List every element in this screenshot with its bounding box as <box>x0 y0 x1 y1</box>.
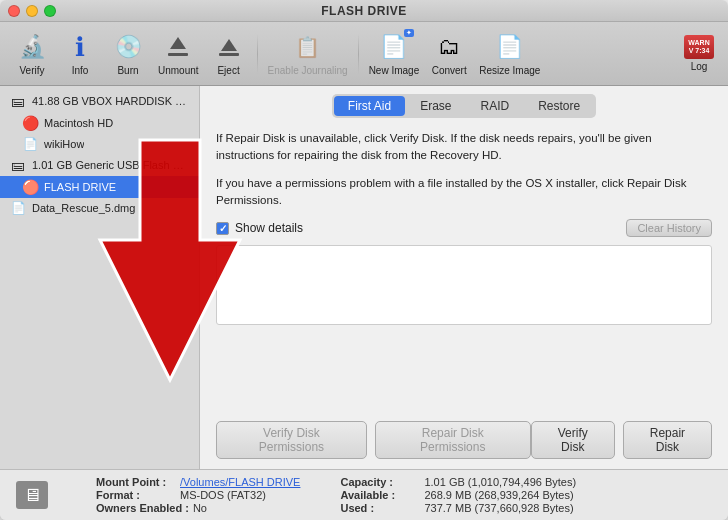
sidebar-wikihow-label: wikiHow <box>44 138 84 150</box>
toolbar-sep-1 <box>257 34 258 74</box>
svg-rect-0 <box>168 53 188 56</box>
footer-left-col: Mount Point : /Volumes/FLASH DRIVE Forma… <box>96 476 300 514</box>
sidebar-item-vbox[interactable]: 🖴 41.88 GB VBOX HARDDISK Media <box>0 90 199 112</box>
resize-image-icon: 📄 <box>494 31 526 63</box>
toolbar-unmount[interactable]: Unmount <box>154 29 203 78</box>
toolbar-resize-image[interactable]: 📄 Resize Image <box>475 29 544 78</box>
panel-content: If Repair Disk is unavailable, click Ver… <box>200 118 728 413</box>
main-area: 🖴 41.88 GB VBOX HARDDISK Media 🔴 Macinto… <box>0 86 728 469</box>
svg-marker-1 <box>170 37 186 49</box>
sidebar: 🖴 41.88 GB VBOX HARDDISK Media 🔴 Macinto… <box>0 86 200 469</box>
maximize-button[interactable] <box>44 5 56 17</box>
footer-format-value: MS-DOS (FAT32) <box>180 489 266 501</box>
sidebar-flash-drive-label: FLASH DRIVE <box>44 181 116 193</box>
footer: 🖥 Mount Point : /Volumes/FLASH DRIVE For… <box>0 469 728 520</box>
toolbar-sep-2 <box>358 34 359 74</box>
vbox-icon: 🖴 <box>10 93 26 109</box>
toolbar-eject[interactable]: Eject <box>207 29 251 78</box>
toolbar-convert-label: Convert <box>432 65 467 76</box>
new-image-badge: ✦ <box>404 29 414 37</box>
first-aid-para1: If Repair Disk is unavailable, click Ver… <box>216 130 712 165</box>
repair-disk-button[interactable]: Repair Disk <box>623 421 712 459</box>
svg-rect-2 <box>219 53 239 56</box>
sidebar-data-rescue-label: Data_Rescue_5.dmg <box>32 202 135 214</box>
log-label: Log <box>691 61 708 72</box>
footer-disk-icon: 🖥 <box>16 481 48 509</box>
left-button-group: Verify Disk Permissions Repair Disk Perm… <box>216 421 531 459</box>
toolbar-enable-journaling[interactable]: 📋 Enable Journaling <box>264 29 352 78</box>
close-button[interactable] <box>8 5 20 17</box>
verify-disk-button[interactable]: Verify Disk <box>531 421 615 459</box>
repair-disk-permissions-button[interactable]: Repair Disk Permissions <box>375 421 531 459</box>
titlebar: FLASH DRIVE <box>0 0 728 22</box>
convert-icon: 🗂 <box>433 31 465 63</box>
sidebar-item-wikihow[interactable]: 📄 wikiHow <box>0 134 199 154</box>
right-panel: First Aid Erase RAID Restore If Repair D… <box>200 86 728 469</box>
data-rescue-icon: 📄 <box>10 201 26 215</box>
toolbar-verify[interactable]: 🔬 Verify <box>10 29 54 78</box>
toolbar-info-label: Info <box>72 65 89 76</box>
footer-capacity-value: 1.01 GB (1,010,794,496 Bytes) <box>424 476 576 488</box>
toolbar-burn[interactable]: 💿 Burn <box>106 29 150 78</box>
footer-available-label: Available : <box>340 489 420 501</box>
tab-raid[interactable]: RAID <box>467 96 524 116</box>
verify-icon: 🔬 <box>16 31 48 63</box>
tab-restore[interactable]: Restore <box>524 96 594 116</box>
footer-available-value: 268.9 MB (268,939,264 Bytes) <box>424 489 573 501</box>
sidebar-macintosh-hd-label: Macintosh HD <box>44 117 113 129</box>
details-box <box>216 245 712 325</box>
toolbar-new-image-label: New Image <box>369 65 420 76</box>
toolbar-verify-label: Verify <box>19 65 44 76</box>
panel-buttons: Verify Disk Permissions Repair Disk Perm… <box>200 413 728 469</box>
footer-capacity-row: Capacity : 1.01 GB (1,010,794,496 Bytes) <box>340 476 576 488</box>
info-icon: ℹ <box>64 31 96 63</box>
right-button-group: Verify Disk Repair Disk <box>531 421 712 459</box>
burn-icon: 💿 <box>112 31 144 63</box>
toolbar-new-image[interactable]: 📄 ✦ New Image <box>365 29 424 78</box>
toolbar-unmount-label: Unmount <box>158 65 199 76</box>
show-details-label: Show details <box>235 219 303 237</box>
sidebar-usb-label: 1.01 GB Generic USB Flash Disk Media <box>32 159 191 171</box>
new-image-icon-wrap: 📄 ✦ <box>378 31 410 65</box>
footer-mount-point-row: Mount Point : /Volumes/FLASH DRIVE <box>96 476 300 488</box>
log-button[interactable]: WARNV 7:34 Log <box>680 33 718 74</box>
tab-bar: First Aid Erase RAID Restore <box>200 86 728 118</box>
window-title: FLASH DRIVE <box>321 4 407 18</box>
enable-journaling-icon: 📋 <box>292 31 324 63</box>
footer-owners-label: Owners Enabled : <box>96 502 189 514</box>
footer-mount-value[interactable]: /Volumes/FLASH DRIVE <box>180 476 300 488</box>
sidebar-vbox-label: 41.88 GB VBOX HARDDISK Media <box>32 95 191 107</box>
flash-drive-icon: 🔴 <box>22 179 38 195</box>
footer-format-row: Format : MS-DOS (FAT32) <box>96 489 300 501</box>
show-details-checkbox[interactable] <box>216 222 229 235</box>
toolbar-convert[interactable]: 🗂 Convert <box>427 29 471 78</box>
show-details-row: Show details Clear History <box>216 219 712 237</box>
macintosh-hd-icon: 🔴 <box>22 115 38 131</box>
footer-mount-label: Mount Point : <box>96 476 176 488</box>
wikihow-icon: 📄 <box>22 137 38 151</box>
footer-capacity-label: Capacity : <box>340 476 420 488</box>
toolbar-enable-journaling-label: Enable Journaling <box>268 65 348 76</box>
footer-owners-row: Owners Enabled : No <box>96 502 300 514</box>
minimize-button[interactable] <box>26 5 38 17</box>
sidebar-item-data-rescue[interactable]: 📄 Data_Rescue_5.dmg <box>0 198 199 218</box>
sidebar-item-flash-drive[interactable]: 🔴 FLASH DRIVE <box>0 176 199 198</box>
toolbar: 🔬 Verify ℹ Info 💿 Burn Unmount <box>0 22 728 86</box>
tab-erase[interactable]: Erase <box>406 96 465 116</box>
verify-disk-permissions-button[interactable]: Verify Disk Permissions <box>216 421 367 459</box>
footer-owners-value: No <box>193 502 207 514</box>
toolbar-info[interactable]: ℹ Info <box>58 29 102 78</box>
sidebar-item-macintosh-hd[interactable]: 🔴 Macintosh HD <box>0 112 199 134</box>
log-icon: WARNV 7:34 <box>684 35 714 59</box>
footer-available-row: Available : 268.9 MB (268,939,264 Bytes) <box>340 489 576 501</box>
tab-first-aid[interactable]: First Aid <box>334 96 405 116</box>
svg-marker-3 <box>221 39 237 51</box>
footer-used-value: 737.7 MB (737,660,928 Bytes) <box>424 502 573 514</box>
clear-history-button[interactable]: Clear History <box>626 219 712 237</box>
eject-icon <box>213 31 245 63</box>
toolbar-eject-label: Eject <box>217 65 239 76</box>
first-aid-para2: If you have a permissions problem with a… <box>216 175 712 210</box>
footer-format-label: Format : <box>96 489 176 501</box>
sidebar-item-usb-media[interactable]: 🖴 1.01 GB Generic USB Flash Disk Media <box>0 154 199 176</box>
footer-used-label: Used : <box>340 502 420 514</box>
